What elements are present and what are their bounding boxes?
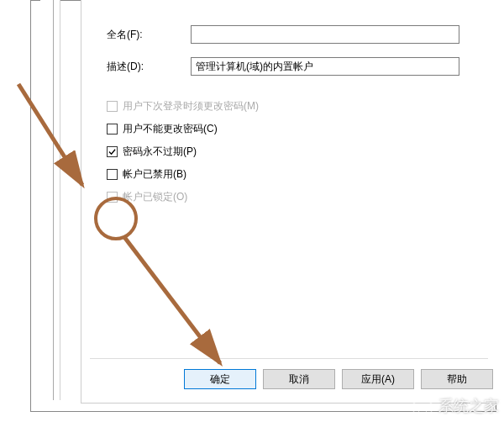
fullname-label: 全名(F): [107,28,191,42]
never-expires-label: 密码永不过期(P) [123,145,197,159]
button-bar: 确定 取消 应用(A) 帮助 [184,369,496,389]
checkmark-icon [108,148,116,156]
account-disabled-row[interactable]: 帐户已禁用(B) [107,167,488,182]
left-divider-2 [54,0,60,400]
must-change-checkbox [107,101,118,112]
apply-button[interactable]: 应用(A) [342,369,414,389]
fullname-input[interactable] [191,25,459,44]
ok-button[interactable]: 确定 [184,369,256,389]
description-label: 描述(D): [107,60,191,74]
never-expires-row[interactable]: 密码永不过期(P) [107,145,488,159]
cancel-button[interactable]: 取消 [263,369,335,389]
left-divider [40,0,54,400]
form-area: 全名(F): 描述(D): 用户下次登录时须更改密码(M) 用户不能更改密码(C… [81,0,496,204]
must-change-row: 用户下次登录时须更改密码(M) [107,99,488,113]
cannot-change-label: 用户不能更改密码(C) [123,122,218,136]
account-disabled-label: 帐户已禁用(B) [123,167,186,182]
description-row: 描述(D): [107,57,488,76]
account-locked-row: 帐户已锁定(O) [107,190,488,204]
account-disabled-checkbox[interactable] [107,169,118,180]
help-button[interactable]: 帮助 [421,369,493,389]
checkbox-group: 用户下次登录时须更改密码(M) 用户不能更改密码(C) 密码永不过期(P) 帐户… [107,99,488,204]
fullname-row: 全名(F): [107,25,488,44]
properties-dialog: 全名(F): 描述(D): 用户下次登录时须更改密码(M) 用户不能更改密码(C… [81,0,496,404]
account-locked-checkbox [107,192,118,203]
cannot-change-checkbox[interactable] [107,124,118,135]
must-change-label: 用户下次登录时须更改密码(M) [123,99,259,113]
separator [90,358,488,359]
account-locked-label: 帐户已锁定(O) [123,190,187,204]
cannot-change-row[interactable]: 用户不能更改密码(C) [107,122,488,136]
never-expires-checkbox[interactable] [107,146,118,157]
description-input[interactable] [191,57,459,76]
